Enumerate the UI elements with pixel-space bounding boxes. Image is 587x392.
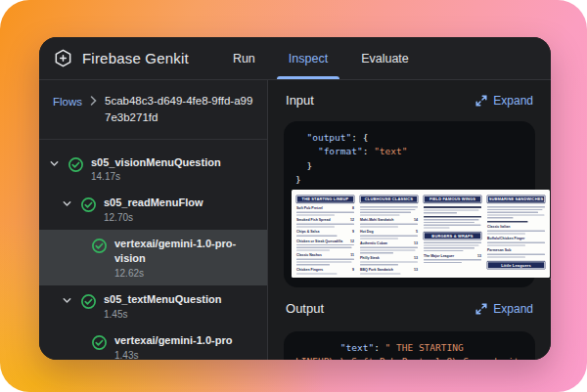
menu-text-line (424, 212, 457, 213)
menu-section-header: SUBMARINE SANDWICHES (487, 196, 545, 203)
brand: Firebase Genkit (53, 37, 189, 79)
status-success-icon (91, 238, 108, 254)
status-success-icon (68, 156, 84, 173)
code-line: LINEUP\n\nSoft Pub Pretzel 8\nServed wit… (295, 355, 523, 360)
input-expand-button[interactable]: Expand (475, 94, 533, 108)
menu-item-name: Chicken Fingers (296, 268, 323, 272)
menu-item-price: 12 (350, 239, 354, 242)
menu-text-line (360, 247, 418, 248)
menu-text-line (487, 233, 525, 234)
menu-text-line (487, 212, 538, 213)
input-section-header: Input Expand (286, 93, 533, 108)
menu-item-price: 12 (350, 218, 354, 222)
chevron-down-icon[interactable] (49, 158, 61, 169)
menu-text-line (487, 217, 514, 218)
output-json: "text": " THE STARTINGLINEUP\n\nSoft Pub… (295, 341, 523, 360)
code-line: "format": "text" (295, 145, 523, 158)
menu-text-line (424, 206, 481, 208)
menu-text-line (360, 264, 398, 265)
menu-text-line (296, 249, 330, 250)
menu-column: SUBMARINE SANDWICHESClassic ItalianBuffa… (487, 196, 545, 275)
status-success-icon (91, 334, 108, 351)
menu-text-line (360, 206, 418, 207)
menu-text-line (424, 219, 479, 220)
menu-item: Philly Steak13 (360, 256, 418, 260)
menu-item: Buffalo/Chicken Finger (487, 237, 545, 240)
chevron-down-icon[interactable] (62, 295, 73, 306)
menu-item-name: Classic Italian (487, 225, 510, 229)
menu-item-name: Authentic Cuban (360, 241, 387, 245)
menu-column: THE STARTING LINEUPSoft Pub Pretzel8Smok… (296, 196, 354, 275)
output-expand-button[interactable]: Expand (475, 302, 533, 316)
menu-column: FIELD FAMOUS WINGSBURGERS & WRAPSThe Maj… (424, 196, 481, 275)
menu-text-line (296, 236, 337, 237)
code-line: "output": { (295, 131, 523, 145)
menu-section-header: FIELD FAMOUS WINGS (424, 196, 481, 203)
app-header: Firebase Genkit RunInspectEvaluate (39, 37, 551, 80)
menu-item-price: 13 (414, 268, 418, 272)
menu-text-line (424, 262, 462, 263)
menu-text-line (487, 231, 545, 232)
tree-row-s05-textmenuquestion[interactable]: s05_textMenuQuestion1.45s (39, 285, 267, 327)
menu-image-content: THE STARTING LINEUPSoft Pub Pretzel8Smok… (292, 190, 550, 278)
menu-text-line (487, 254, 545, 255)
menu-item: Smoked Fish Spread12 (296, 218, 354, 222)
menu-image: THE STARTING LINEUPSoft Pub Pretzel8Smok… (292, 190, 550, 278)
menu-item: The Major Leaguer13 (424, 254, 481, 258)
menu-item-name: Smoked Fish Spread (296, 218, 331, 222)
menu-item-price: 9 (352, 268, 354, 272)
chevron-down-icon[interactable] (62, 198, 73, 209)
menu-text-line (296, 273, 337, 274)
menu-item: Hot Dog5 (360, 230, 418, 234)
tab-evaluate[interactable]: Evaluate (344, 37, 426, 79)
menu-text-line (360, 209, 416, 210)
input-json: "output": { "format": "text" }} (295, 131, 523, 187)
genkit-logo-icon (53, 48, 73, 68)
menu-text-block (487, 221, 545, 223)
breadcrumb-flows-link[interactable]: Flows (53, 94, 82, 110)
span-name: vertexai/gemini-1.0-pro-vision (114, 237, 255, 266)
menu-text-line (487, 256, 525, 257)
menu-text-line (487, 242, 545, 243)
menu-text-line (360, 226, 398, 227)
genkit-dev-ui-window: Firebase Genkit RunInspectEvaluate Flows… (39, 37, 551, 360)
menu-item: Classic Italian (487, 225, 545, 229)
span-info: s05_textMenuQuestion1.45s (104, 292, 221, 320)
menu-item-name: Philly Steak (360, 256, 380, 260)
tree-row-s05-visionmenuquestion[interactable]: s05_visionMenuQuestion14.17s (39, 149, 267, 190)
menu-item-name: Chicken or Steak Quesadilla (296, 239, 342, 242)
menu-item-name: Classic Nachos (296, 253, 322, 257)
menu-item-name: Parmesan Sub (487, 248, 511, 252)
detail-panel: Input Expand "output": { "format": "text… (268, 80, 551, 360)
menu-text-line (360, 249, 416, 250)
menu-item-price: 11 (350, 253, 354, 257)
menu-text-line (296, 214, 335, 215)
menu-item-price: 5 (416, 230, 418, 234)
image-resize-handle (550, 275, 551, 280)
span-name: vertexai/gemini-1.0-pro (114, 333, 232, 348)
code-line: } (295, 159, 523, 173)
menu-text-line (296, 244, 354, 245)
tree-row-vertexai-gemini-1-0-pro[interactable]: vertexai/gemini-1.0-pro1.43s (39, 327, 267, 360)
menu-text-line (487, 214, 544, 215)
menu-item: Chicken Fingers9 (296, 268, 354, 272)
menu-text-line (360, 261, 418, 262)
expand-label: Expand (493, 94, 533, 108)
menu-text-block (360, 206, 418, 216)
tab-inspect[interactable]: Inspect (272, 37, 344, 79)
tab-run[interactable]: Run (216, 37, 272, 79)
menu-text-block (424, 206, 481, 213)
status-success-icon (80, 196, 97, 213)
code-line: "text": " THE STARTING (295, 341, 523, 355)
input-code-block: "output": { "format": "text" }} THE STAR… (284, 121, 535, 287)
menu-section-header: THE STARTING LINEUP (296, 196, 354, 203)
menu-item-name: Hot Dog (360, 230, 374, 234)
menu-item-price: 8 (352, 206, 354, 210)
menu-item: Soft Pub Pretzel8 (296, 206, 354, 210)
menu-text-line (296, 247, 352, 248)
menu-item: Mahi-Mahi Sandwich14 (360, 218, 418, 222)
tree-row-vertexai-gemini-1-0-pro-vision[interactable]: vertexai/gemini-1.0-pro-vision12.62s (39, 230, 267, 285)
menu-item-name: Buffalo/Chicken Finger (487, 237, 524, 240)
menu-text-line (424, 242, 481, 243)
tree-row-s05-readmenuflow[interactable]: s05_readMenuFlow12.70s (39, 189, 267, 230)
